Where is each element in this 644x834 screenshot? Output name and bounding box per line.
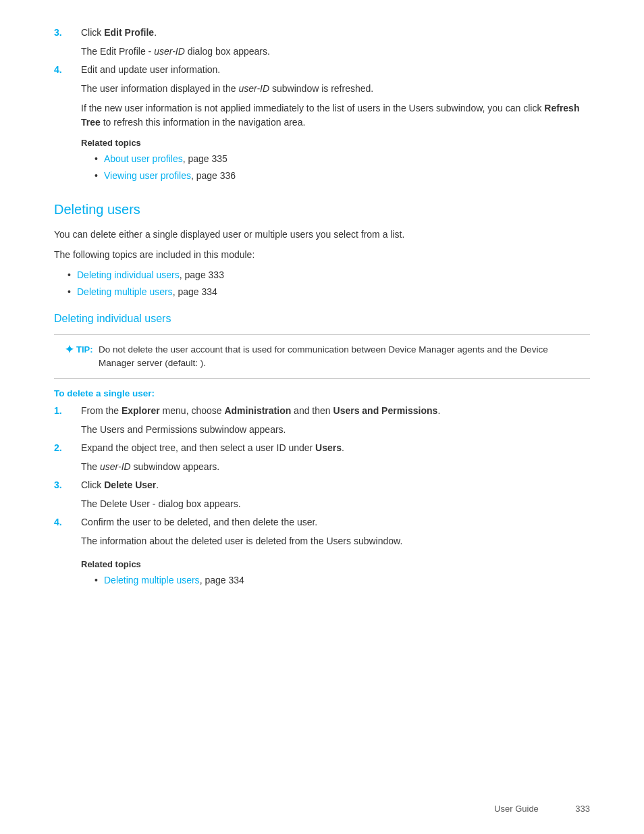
deleting-users-topic2: Deleting multiple users, page 334 bbox=[68, 285, 590, 299]
deleting-users-topic1: Deleting individual users, page 333 bbox=[68, 268, 590, 282]
individual-step1-sub: The Users and Permissions subwindow appe… bbox=[81, 423, 590, 437]
deleting-users-link1[interactable]: Deleting individual users bbox=[77, 269, 180, 280]
tip-label: TIP: bbox=[76, 344, 93, 355]
individual-step3-sub2: dialog box appears. bbox=[158, 498, 240, 509]
top-step4-content: Edit and update user information. bbox=[81, 64, 590, 75]
individual-step2-bold: Users bbox=[315, 442, 342, 453]
deleting-users-topics-list: Deleting individual users, page 333 Dele… bbox=[54, 268, 590, 299]
top-step3-sub-text: The Edit Profile - bbox=[81, 46, 154, 57]
deleting-users-link1-page: , page 333 bbox=[180, 269, 224, 280]
individual-step2-sub-text: The bbox=[81, 461, 100, 472]
top-step3-sub-italic: user-ID bbox=[154, 46, 185, 57]
top-step4-sub2-2: to refresh this information in the navig… bbox=[101, 117, 306, 128]
individual-step2-number: 2. bbox=[54, 442, 81, 453]
top-step4-sub2-text: If the new user information is not appli… bbox=[81, 103, 544, 113]
individual-step3-number: 3. bbox=[54, 479, 81, 490]
individual-step3-sub1: The Delete User - bbox=[81, 498, 158, 509]
to-delete-label: To delete a single user: bbox=[54, 388, 590, 398]
top-related-link2-page: , page 336 bbox=[191, 170, 236, 181]
individual-step4-content: Confirm the user to be deleted, and then… bbox=[81, 517, 590, 527]
deleting-users-intro1: You can delete either a single displayed… bbox=[54, 227, 590, 242]
individual-related-topics-list: Deleting multiple users, page 334 bbox=[81, 573, 590, 588]
individual-related-link1-item: Deleting multiple users, page 334 bbox=[95, 573, 590, 588]
top-related-topics-list: About user profiles, page 335 Viewing us… bbox=[81, 152, 590, 183]
individual-step3-bold: Delete User bbox=[104, 479, 156, 490]
top-step3-sub: The Edit Profile - user-ID dialog box ap… bbox=[81, 45, 590, 59]
individual-step3-content: Click Delete User. bbox=[81, 479, 590, 490]
tip-icon: ✦ TIP: bbox=[65, 343, 99, 356]
individual-step1-bold1: Explorer bbox=[122, 405, 160, 416]
individual-step4-block: 4. Confirm the user to be deleted, and t… bbox=[54, 517, 590, 527]
individual-step1-bold2: Administration bbox=[224, 405, 291, 416]
footer-guide-label: User Guide bbox=[494, 804, 539, 814]
individual-related-link1-page: , page 334 bbox=[200, 575, 244, 585]
individual-step4-number: 4. bbox=[54, 517, 81, 527]
top-step4-number: 4. bbox=[54, 64, 81, 75]
individual-step2-block: 2. Expand the object tree, and then sele… bbox=[54, 442, 590, 453]
individual-step1-text: From the bbox=[81, 405, 122, 416]
top-step4-sub1: The user information displayed in the us… bbox=[81, 82, 590, 96]
top-step3-sub2: dialog box appears. bbox=[185, 46, 270, 57]
individual-related-topics-label: Related topics bbox=[81, 559, 590, 569]
top-step4-text: Edit and update user information. bbox=[81, 64, 220, 75]
individual-step1-bold3: Users and Permissions bbox=[333, 405, 438, 416]
individual-step1-block: 1. From the Explorer menu, choose Admini… bbox=[54, 405, 590, 416]
individual-step1-period: . bbox=[437, 405, 440, 416]
footer-separator bbox=[552, 804, 562, 814]
top-related-topics-label: Related topics bbox=[81, 138, 590, 148]
individual-step4-text: Confirm the user to be deleted, and then… bbox=[81, 517, 317, 527]
top-step3-period: . bbox=[154, 27, 157, 38]
individual-step1-text3: and then bbox=[291, 405, 333, 416]
tip-content: Do not delete the user account that is u… bbox=[99, 343, 579, 371]
top-related-link2-item: Viewing user profiles, page 336 bbox=[95, 169, 590, 183]
individual-step3-sub: The Delete User - dialog box appears. bbox=[81, 497, 590, 511]
individual-step2-sub-italic: user-ID bbox=[100, 461, 131, 472]
individual-step2-content: Expand the object tree, and then select … bbox=[81, 442, 590, 453]
individual-step3-text: Click bbox=[81, 479, 104, 490]
top-related-link1-item: About user profiles, page 335 bbox=[95, 152, 590, 166]
individual-step3-period: . bbox=[156, 479, 159, 490]
tip-box: ✦ TIP: Do not delete the user account th… bbox=[54, 334, 590, 380]
individual-step3-block: 3. Click Delete User. bbox=[54, 479, 590, 490]
top-step4-block: 4. Edit and update user information. bbox=[54, 64, 590, 75]
top-step3-block: 3. Click Edit Profile. bbox=[54, 27, 590, 38]
top-step4-sub1-2: subwindow is refreshed. bbox=[269, 83, 373, 94]
individual-step2-sub2: subwindow appears. bbox=[131, 461, 220, 472]
top-related-link2[interactable]: Viewing user profiles bbox=[104, 170, 191, 181]
top-step4-sub1-italic: user-ID bbox=[238, 83, 269, 94]
top-step3-text: Click bbox=[81, 27, 104, 38]
individual-step1-number: 1. bbox=[54, 405, 81, 416]
tip-lightbulb-icon: ✦ bbox=[65, 343, 74, 356]
individual-related-link1[interactable]: Deleting multiple users bbox=[104, 575, 200, 585]
top-related-link1[interactable]: About user profiles bbox=[104, 153, 183, 164]
individual-step2-text: Expand the object tree, and then select … bbox=[81, 442, 315, 453]
page-number: 333 bbox=[575, 804, 590, 814]
deleting-users-link2-page: , page 334 bbox=[173, 286, 217, 297]
individual-step2-sub: The user-ID subwindow appears. bbox=[81, 460, 590, 474]
individual-step1-text2: menu, choose bbox=[160, 405, 225, 416]
top-step4-sub1-text: The user information displayed in the bbox=[81, 83, 238, 94]
deleting-individual-heading: Deleting individual users bbox=[54, 313, 590, 325]
top-step3-bold: Edit Profile bbox=[104, 27, 154, 38]
individual-step4-sub: The information about the deleted user i… bbox=[81, 534, 590, 548]
top-step3-content: Click Edit Profile. bbox=[81, 27, 590, 38]
individual-step1-content: From the Explorer menu, choose Administr… bbox=[81, 405, 590, 416]
page-footer: User Guide 333 bbox=[494, 804, 590, 814]
top-related-link1-page: , page 335 bbox=[183, 153, 227, 164]
top-step4-sub2: If the new user information is not appli… bbox=[81, 101, 590, 130]
top-step3-number: 3. bbox=[54, 27, 81, 38]
deleting-users-heading: Deleting users bbox=[54, 202, 590, 217]
individual-step2-period: . bbox=[342, 442, 344, 453]
deleting-users-intro2: The following topics are included in thi… bbox=[54, 247, 590, 262]
deleting-users-link2[interactable]: Deleting multiple users bbox=[77, 286, 173, 297]
page: 3. Click Edit Profile. The Edit Profile … bbox=[0, 0, 644, 834]
